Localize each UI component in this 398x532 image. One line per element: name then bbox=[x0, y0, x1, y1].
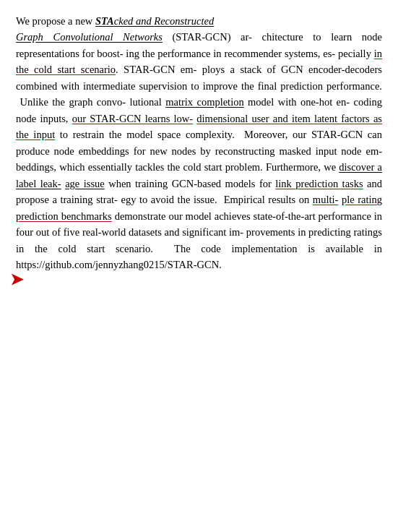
url-text: https://github.com/jennyzhang0215/STAR-G… bbox=[16, 259, 219, 270]
link-prediction-underline: link prediction tasks bbox=[275, 178, 363, 189]
abstract-paragraph: ➤ We propose a new STAcked and Reconstru… bbox=[16, 13, 382, 273]
sta-text: STA bbox=[95, 15, 114, 27]
dimensional-underline: dimensional user and item latent factors… bbox=[16, 113, 382, 140]
multiple-rating-underline: multi- bbox=[313, 194, 338, 205]
age-issue-underline: age issue bbox=[65, 178, 105, 189]
cold-start-underline: in the cold start scenario bbox=[16, 48, 382, 75]
learns-low-underline: our STAR-GCN learns low- bbox=[72, 113, 193, 124]
cked-text: cked and bbox=[114, 15, 155, 27]
reconstructed-text: Reconstructed bbox=[154, 15, 214, 27]
abstract-text: We propose a new STAcked and Reconstruct… bbox=[16, 13, 382, 273]
graph-conv-text: Graph Convolutional Networks bbox=[16, 31, 163, 43]
red-arrow-annotation: ➤ bbox=[10, 272, 23, 288]
matrix-completion-underline: matrix completion bbox=[165, 96, 244, 108]
